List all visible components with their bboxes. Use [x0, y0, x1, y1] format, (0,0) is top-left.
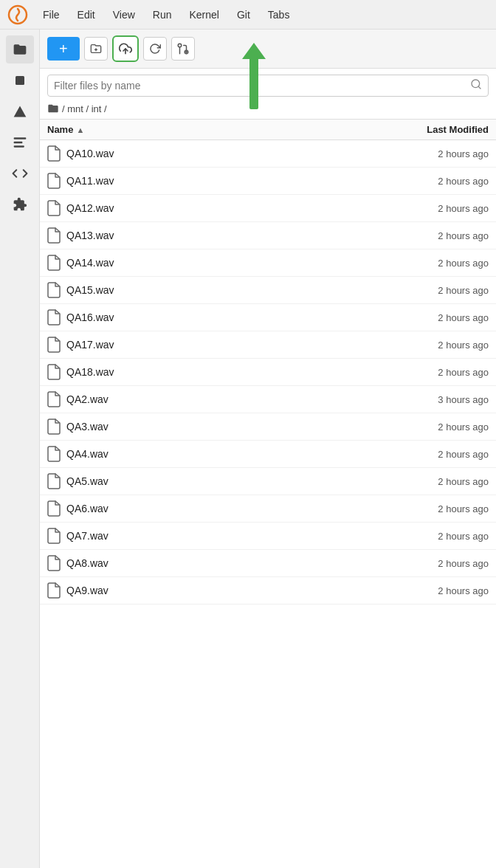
search-icon — [470, 78, 482, 93]
file-icon — [47, 473, 61, 489]
sidebar-item-folder[interactable] — [6, 35, 34, 63]
app-logo — [7, 4, 28, 25]
file-name: QA7.wav — [66, 530, 378, 542]
menu-git[interactable]: Git — [230, 6, 258, 24]
file-name: QA5.wav — [66, 475, 378, 487]
svg-rect-5 — [13, 145, 24, 148]
new-launcher-button[interactable]: + — [47, 37, 80, 61]
svg-rect-3 — [13, 137, 26, 140]
file-icon — [47, 337, 61, 353]
sidebar-item-extension[interactable] — [6, 190, 34, 218]
file-name: QA11.wav — [66, 175, 378, 187]
search-bar[interactable] — [47, 75, 489, 97]
file-rows-container: QA10.wav 2 hours ago QA11.wav 2 hours ag… — [40, 140, 496, 604]
table-row[interactable]: QA11.wav 2 hours ago — [40, 168, 496, 195]
git-plus-button[interactable] — [171, 37, 195, 61]
file-modified: 2 hours ago — [378, 503, 489, 514]
table-row[interactable]: QA10.wav 2 hours ago — [40, 140, 496, 168]
file-icon — [47, 227, 61, 244]
breadcrumb-path: / mnt / int / — [62, 103, 107, 114]
file-icon — [47, 309, 61, 326]
breadcrumb: / mnt / int / — [40, 100, 496, 119]
file-modified: 2 hours ago — [378, 176, 489, 187]
refresh-button[interactable] — [143, 37, 167, 61]
file-modified: 2 hours ago — [378, 421, 489, 433]
file-icon — [47, 418, 61, 435]
file-name: QA12.wav — [66, 202, 378, 214]
file-icon — [47, 500, 61, 517]
file-name: QA14.wav — [66, 257, 378, 269]
file-icon — [47, 173, 61, 189]
file-modified: 2 hours ago — [378, 230, 489, 241]
file-modified: 2 hours ago — [378, 476, 489, 487]
table-row[interactable]: QA13.wav 2 hours ago — [40, 222, 496, 249]
search-input[interactable] — [54, 80, 470, 92]
table-header: Name ▲ Last Modified — [40, 119, 496, 140]
file-icon — [47, 282, 61, 298]
breadcrumb-folder-icon — [47, 103, 59, 114]
file-panel: + — [40, 30, 496, 868]
table-row[interactable]: QA12.wav 2 hours ago — [40, 195, 496, 222]
table-row[interactable]: QA17.wav 2 hours ago — [40, 331, 496, 359]
table-row[interactable]: QA4.wav 2 hours ago — [40, 441, 496, 468]
table-row[interactable]: QA16.wav 2 hours ago — [40, 304, 496, 331]
menu-tabs[interactable]: Tabs — [261, 6, 297, 24]
table-row[interactable]: QA18.wav 2 hours ago — [40, 359, 496, 386]
file-name: QA6.wav — [66, 503, 378, 514]
file-modified: 2 hours ago — [378, 367, 489, 378]
svg-rect-1 — [16, 76, 24, 85]
plus-icon: + — [59, 41, 68, 58]
file-modified: 2 hours ago — [378, 203, 489, 214]
col-modified-label: Last Modified — [378, 124, 489, 135]
table-row[interactable]: QA8.wav 2 hours ago — [40, 550, 496, 577]
menu-view[interactable]: View — [106, 6, 142, 24]
file-modified: 2 hours ago — [378, 449, 489, 460]
sidebar-item-code[interactable] — [6, 159, 34, 187]
file-name: QA9.wav — [66, 585, 378, 596]
table-row[interactable]: QA14.wav 2 hours ago — [40, 249, 496, 277]
file-name: QA17.wav — [66, 339, 378, 351]
sidebar-item-toc[interactable] — [6, 128, 34, 156]
file-icon — [47, 555, 61, 571]
table-row[interactable]: QA6.wav 2 hours ago — [40, 495, 496, 523]
file-name: QA10.wav — [66, 148, 378, 159]
file-modified: 2 hours ago — [378, 585, 489, 596]
upload-button[interactable] — [112, 35, 139, 62]
menu-bar: File Edit View Run Kernel Git Tabs — [0, 0, 496, 30]
svg-marker-2 — [13, 106, 26, 117]
table-row[interactable]: QA9.wav 2 hours ago — [40, 577, 496, 604]
main-layout: + — [0, 30, 496, 868]
file-modified: 3 hours ago — [378, 394, 489, 405]
file-icon — [47, 528, 61, 544]
sort-arrow-icon[interactable]: ▲ — [76, 125, 84, 134]
table-row[interactable]: QA2.wav 3 hours ago — [40, 386, 496, 413]
file-name: QA3.wav — [66, 421, 378, 433]
table-row[interactable]: QA5.wav 2 hours ago — [40, 468, 496, 495]
menu-run[interactable]: Run — [145, 6, 179, 24]
file-icon — [47, 255, 61, 271]
file-modified: 2 hours ago — [378, 285, 489, 296]
new-folder-button[interactable] — [84, 37, 108, 61]
file-name: QA13.wav — [66, 230, 378, 241]
menu-kernel[interactable]: Kernel — [182, 6, 226, 24]
file-icon — [47, 364, 61, 380]
sidebar-item-stop[interactable] — [6, 66, 34, 94]
file-modified: 2 hours ago — [378, 312, 489, 323]
menu-file[interactable]: File — [35, 6, 67, 24]
file-modified: 2 hours ago — [378, 531, 489, 542]
file-name: QA15.wav — [66, 284, 378, 296]
file-name: QA18.wav — [66, 366, 378, 378]
file-modified: 2 hours ago — [378, 340, 489, 351]
col-name-label: Name — [47, 124, 73, 135]
table-row[interactable]: QA7.wav 2 hours ago — [40, 523, 496, 550]
svg-rect-4 — [13, 142, 22, 144]
file-modified: 2 hours ago — [378, 558, 489, 569]
sidebar-item-git[interactable] — [6, 97, 34, 125]
file-icon — [47, 582, 61, 599]
menu-edit[interactable]: Edit — [70, 6, 103, 24]
table-row[interactable]: QA3.wav 2 hours ago — [40, 413, 496, 441]
file-icon — [47, 391, 61, 407]
table-row[interactable]: QA15.wav 2 hours ago — [40, 277, 496, 304]
icon-sidebar — [0, 30, 40, 868]
file-icon — [47, 446, 61, 462]
